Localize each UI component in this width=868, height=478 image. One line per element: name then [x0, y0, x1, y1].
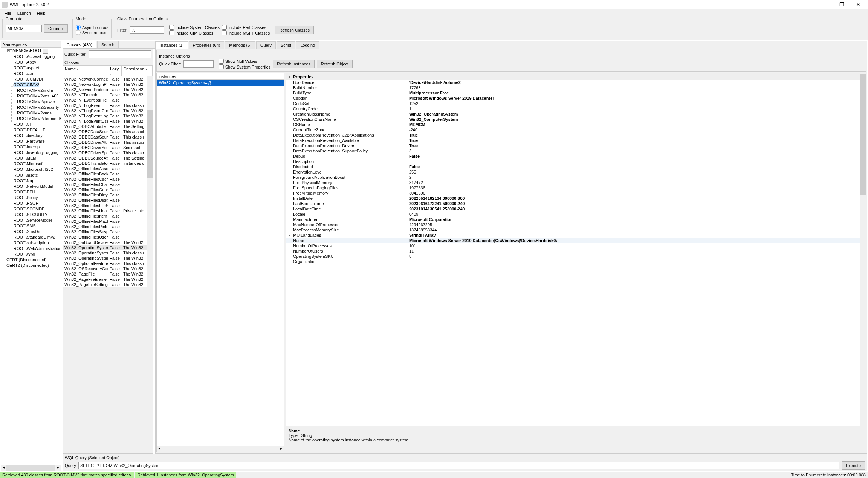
class-row[interactable]: Win32_OfflineFilesItemFalse: [63, 213, 153, 219]
tree-item[interactable]: ROOT\Microsoft: [14, 161, 43, 166]
chk-show-sys[interactable]: Show System Properties: [219, 64, 270, 69]
tree-item[interactable]: ROOT\InventoryLogging: [14, 150, 58, 155]
property-row[interactable]: DataExecutionPrevention_SupportPolicy3: [286, 148, 866, 154]
tree-item[interactable]: ROOT\msdtc: [14, 173, 38, 177]
property-row[interactable]: ▸MUILanguagesString[] Array: [286, 233, 866, 238]
class-row[interactable]: Win32_ODBCSourceAttributeFalseThe Settin…: [63, 155, 153, 161]
property-row[interactable]: MaxProcessMemorySize137438953344: [286, 227, 866, 233]
refresh-classes-button[interactable]: Refresh Classes: [275, 26, 314, 34]
property-row[interactable]: CaptionMicrosoft Windows Server 2019 Dat…: [286, 96, 866, 101]
property-row[interactable]: Locale0409: [286, 212, 866, 217]
tab-classes[interactable]: Classes (439): [63, 41, 96, 48]
property-row[interactable]: CodeSet1252: [286, 101, 866, 106]
property-row[interactable]: NameMicrosoft Windows Server 2019 Datace…: [286, 238, 866, 243]
property-row[interactable]: DebugFalse: [286, 154, 866, 159]
class-row[interactable]: Win32_ODBCDriverSoftwar...FalseSince sof…: [63, 145, 153, 150]
class-row[interactable]: Win32_NTLogEventCompu...FalseThe Win32: [63, 108, 153, 113]
tree-item[interactable]: ROOT\WebAdministration: [14, 246, 61, 251]
property-row[interactable]: Organization: [286, 259, 866, 264]
property-row[interactable]: OperatingSystemSKU8: [286, 254, 866, 259]
class-row[interactable]: Win32_PageFileSettingFalseThe Win32: [63, 282, 153, 287]
property-row[interactable]: FreeVirtualMemory3041596: [286, 190, 866, 196]
minimize-button[interactable]: —: [817, 0, 833, 9]
mode-sync[interactable]: Synchronous: [76, 30, 108, 35]
maximize-button[interactable]: ❐: [833, 0, 850, 9]
menu-file[interactable]: File: [2, 11, 14, 15]
property-row[interactable]: ManufacturerMicrosoft Corporation: [286, 217, 866, 222]
menu-launch[interactable]: Launch: [14, 11, 34, 15]
tree-item[interactable]: ROOT\CIMV2\sms: [17, 111, 52, 115]
property-row[interactable]: CountryCode1: [286, 106, 866, 111]
inst-scroll-left[interactable]: ◂: [157, 446, 162, 452]
tree-item[interactable]: ROOT\SCCMDP: [14, 207, 45, 211]
filter-input[interactable]: [130, 26, 164, 34]
tree-item[interactable]: ROOT\DEFAULT: [14, 128, 45, 132]
tree-item[interactable]: ROOT\MEM: [14, 156, 37, 160]
refresh-instances-button[interactable]: Refresh Instances: [273, 60, 315, 68]
property-row[interactable]: BuildTypeMultiprocessor Free: [286, 90, 866, 96]
tree-item[interactable]: ROOT\SECURITY: [14, 212, 47, 217]
mode-async[interactable]: Asynchronous: [76, 25, 108, 30]
tree-item[interactable]: ROOT\AccessLogging: [14, 54, 55, 59]
ns-scrollbar[interactable]: [6, 465, 55, 471]
tree-item[interactable]: ROOT\CIMV2\mdm: [17, 88, 53, 93]
property-row[interactable]: CurrentTimeZone-240: [286, 127, 866, 132]
class-row[interactable]: Win32_OfflineFilesConnecti...False: [63, 187, 153, 192]
tree-item[interactable]: ROOT\RSOP: [14, 201, 38, 206]
class-row[interactable]: Win32_NetworkConnectionFalseThe Win32: [63, 76, 153, 82]
tree-item[interactable]: ROOT\Hardware: [14, 139, 45, 143]
props-scroll-thumb[interactable]: [860, 74, 866, 195]
property-row[interactable]: LastBootUpTime20230616172241.500000-240: [286, 201, 866, 206]
inst-scroll-right[interactable]: ▸: [279, 446, 284, 452]
execute-button[interactable]: Execute: [842, 461, 865, 470]
tree-item[interactable]: ROOT\PEH: [14, 190, 35, 194]
property-row[interactable]: DistributedFalse: [286, 164, 866, 169]
col-lazy[interactable]: Lazy ...: [108, 66, 122, 76]
class-row[interactable]: Win32_OfflineFilesCacheFalse: [63, 177, 153, 182]
tree-root[interactable]: \\MEMCM\ROOT: [10, 48, 42, 53]
tree-root-action[interactable]: …: [43, 49, 48, 54]
class-row[interactable]: Win32_NTEventlogFileFalse: [63, 97, 153, 103]
instance-row[interactable]: Win32_OperatingSystem=@: [157, 80, 284, 86]
instance-tab[interactable]: Logging: [296, 41, 319, 49]
class-row[interactable]: Win32_OnBoardDeviceFalseThe Win32: [63, 240, 153, 245]
class-row[interactable]: Win32_NetworkProtocolFalseThe Win32: [63, 87, 153, 92]
tab-search[interactable]: Search: [97, 41, 119, 48]
class-row[interactable]: Win32_OfflineFilesHealthFalsePrivate Int…: [63, 208, 153, 213]
property-row[interactable]: DataExecutionPrevention_32BitApplication…: [286, 132, 866, 138]
class-row[interactable]: Win32_ODBCDataSourceA...FalseThis associ: [63, 129, 153, 134]
instance-tab[interactable]: Methods (5): [225, 41, 255, 49]
properties-category[interactable]: ▾Properties: [286, 73, 866, 80]
tree-item[interactable]: ROOT\Interop: [14, 145, 40, 149]
property-row[interactable]: CreationClassNameWin32_OperatingSystem: [286, 111, 866, 117]
close-button[interactable]: ✕: [850, 0, 866, 9]
tree-item[interactable]: ROOT\ccm: [14, 71, 34, 76]
tree-item[interactable]: ROOT\directory: [14, 133, 43, 138]
instance-tab[interactable]: Script: [277, 41, 295, 49]
tree-item[interactable]: ROOT\SMS: [14, 224, 36, 228]
chk-include-msft[interactable]: Include MSFT Classes: [222, 30, 270, 35]
class-row[interactable]: Win32_PageFileElementSet...FalseThe Win3…: [63, 277, 153, 282]
tree-item[interactable]: ROOT\Policy: [14, 195, 38, 200]
class-row[interactable]: Win32_OfflineFilesPinInfoFalse: [63, 224, 153, 229]
tree-item[interactable]: CERT (Disconnected): [6, 257, 47, 262]
property-row[interactable]: MaxNumberOfProcesses4294967295: [286, 222, 866, 227]
class-row[interactable]: Win32_PageFileFalseThe Win32: [63, 271, 153, 277]
tree-item[interactable]: ROOT\StandardCimv2: [14, 235, 55, 239]
property-row[interactable]: NumberOfProcesses101: [286, 243, 866, 248]
property-row[interactable]: DataExecutionPrevention_AvailableTrue: [286, 138, 866, 143]
property-row[interactable]: LocalDateTime20231014130541.253000-240: [286, 206, 866, 212]
class-row[interactable]: Win32_OSRecoveryConfig...FalseThe Win32: [63, 266, 153, 271]
class-row[interactable]: Win32_NTDomainFalseThe Win32: [63, 92, 153, 97]
chk-show-null[interactable]: Show Null Values: [219, 59, 270, 64]
class-row[interactable]: Win32_NTLogEventFalseThis class i: [63, 103, 153, 108]
property-row[interactable]: BootDevice\Device\Harddisk\Volume2: [286, 80, 866, 85]
instance-tab[interactable]: Instances (1): [156, 41, 188, 49]
tree-item[interactable]: ROOT\SmsDm: [14, 229, 41, 234]
class-row[interactable]: Win32_OfflineFilesUserConf...False: [63, 234, 153, 240]
connect-button[interactable]: Connect: [44, 24, 68, 33]
col-name[interactable]: Name ▴: [63, 66, 108, 76]
class-scrollbar[interactable]: [147, 76, 153, 287]
tree-item[interactable]: ROOT\ServiceModel: [14, 218, 52, 222]
computer-input[interactable]: [6, 25, 42, 32]
